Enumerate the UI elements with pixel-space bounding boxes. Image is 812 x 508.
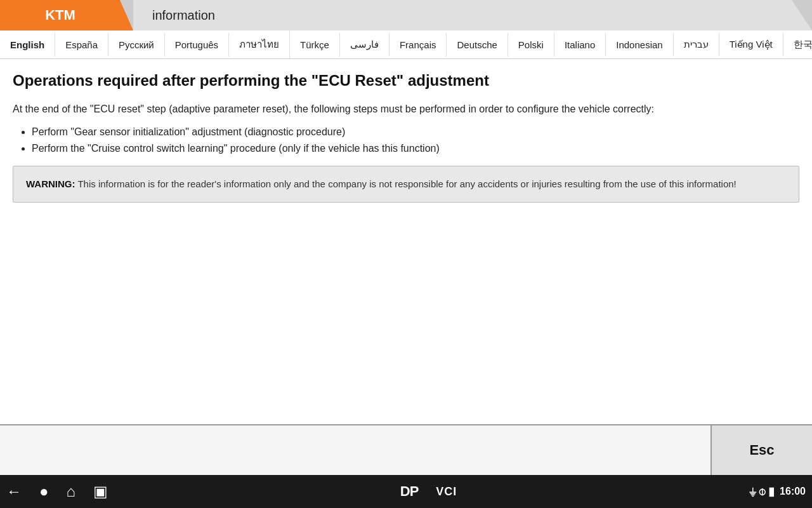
warning-text: This information is for the reader's inf… — [77, 178, 736, 189]
home-icon[interactable]: ⌂ — [67, 483, 76, 500]
language-bar: EnglishEspañaРусскийPortuguêsภาษาไทยTürk… — [0, 30, 812, 59]
window-icon[interactable]: ▣ — [93, 483, 108, 500]
lang-tab[interactable]: Français — [390, 33, 447, 57]
lang-tab[interactable]: España — [55, 33, 108, 57]
main-content: Operations required after performing the… — [0, 59, 812, 424]
header: KTM information — [0, 0, 812, 30]
camera-icon[interactable]: ● — [39, 483, 49, 500]
lang-tab[interactable]: עברית — [674, 32, 719, 57]
battery-icon: ▮ — [768, 485, 775, 498]
content-title: Operations required after performing the… — [13, 72, 799, 90]
page-title-header: information — [133, 0, 812, 30]
lang-tab[interactable]: Italiano — [554, 33, 606, 57]
back-icon[interactable]: ← — [6, 483, 22, 500]
esc-button[interactable]: Esc — [710, 425, 812, 475]
lang-tab[interactable]: Русский — [108, 33, 165, 57]
signal-icons: ⏚ ⌽ ▮ — [749, 485, 775, 498]
wifi-icon: ⌽ — [759, 485, 766, 498]
lang-tab[interactable]: فارسی — [340, 32, 390, 57]
taskbar-left: ← ● ⌂ ▣ — [6, 483, 108, 500]
brand-logo: KTM — [0, 0, 133, 30]
clock: 16:00 — [780, 486, 806, 497]
bullet-item: Perform "Gear sensor initialization" adj… — [32, 126, 799, 138]
bottom-spacer — [0, 425, 710, 475]
lang-tab[interactable]: Türkçe — [290, 33, 340, 57]
lang-tab[interactable]: Indonesian — [606, 33, 673, 57]
warning-box: WARNING: This information is for the rea… — [13, 166, 799, 203]
lang-tab[interactable]: English — [0, 33, 55, 57]
bottom-bar: Esc — [0, 424, 812, 475]
lang-tab[interactable]: Tiếng Việt — [719, 32, 783, 57]
intro-text: At the end of the "ECU reset" step (adap… — [13, 101, 799, 117]
bluetooth-icon: ⏚ — [749, 485, 756, 498]
vci-logo: VCI — [436, 485, 457, 498]
bullet-item: Perform the "Cruise control switch learn… — [32, 143, 799, 154]
lang-tab[interactable]: 한국어 — [783, 32, 812, 57]
dp-logo: DP — [400, 483, 419, 500]
lang-tab[interactable]: Deutsche — [447, 33, 508, 57]
taskbar-right: ⏚ ⌽ ▮ 16:00 — [749, 485, 806, 498]
warning-label: WARNING: — [26, 178, 75, 189]
bullet-list: Perform "Gear sensor initialization" adj… — [32, 126, 799, 154]
lang-tab[interactable]: Português — [165, 33, 229, 57]
taskbar: ← ● ⌂ ▣ DP VCI ⏚ ⌽ ▮ 16:00 — [0, 475, 812, 508]
lang-tab[interactable]: ภาษาไทย — [229, 30, 290, 58]
taskbar-center: DP VCI — [400, 483, 457, 500]
lang-tab[interactable]: Polski — [508, 33, 554, 57]
